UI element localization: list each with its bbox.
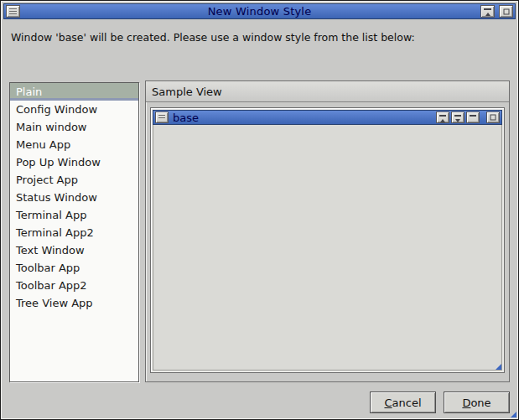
style-list-item[interactable]: Tree View App bbox=[10, 294, 138, 312]
cancel-button[interactable]: Cancel bbox=[370, 391, 436, 413]
preview-blank-button bbox=[466, 111, 480, 123]
maximize-icon bbox=[490, 115, 496, 121]
style-list-item[interactable]: Menu App bbox=[10, 136, 138, 153]
style-list-item[interactable]: Pop Up Window bbox=[10, 153, 138, 171]
window-menu-icon bbox=[158, 115, 165, 120]
sample-window-preview: base bbox=[150, 107, 505, 373]
dialog-window: New Window Style Window 'base' will be c… bbox=[0, 0, 519, 420]
done-button[interactable]: Done bbox=[444, 391, 510, 413]
sample-view-panel: Sample View base bbox=[145, 80, 510, 382]
style-list-item[interactable]: Project App bbox=[10, 171, 138, 189]
preview-window-menu-button bbox=[155, 111, 169, 123]
window-title: New Window Style bbox=[4, 5, 515, 18]
style-list-item[interactable]: Plain bbox=[10, 83, 138, 101]
style-list-item[interactable]: Terminal App2 bbox=[10, 224, 138, 241]
style-list[interactable]: Plain Config Window Main window Menu App… bbox=[9, 82, 139, 382]
sample-view-header: Sample View bbox=[146, 81, 509, 102]
style-list-item[interactable]: Terminal App bbox=[10, 206, 138, 224]
shade-down-icon bbox=[455, 119, 460, 122]
dialog-message: Window 'base' will be created. Please us… bbox=[11, 31, 508, 44]
style-list-item[interactable]: Toolbar App bbox=[10, 259, 138, 277]
preview-window-title: base bbox=[173, 111, 199, 124]
preview-shade-down-button bbox=[451, 111, 465, 123]
titlebar[interactable]: New Window Style bbox=[3, 3, 516, 19]
preview-maximize-button bbox=[486, 111, 500, 123]
preview-titlebar: base bbox=[153, 110, 502, 125]
style-list-item[interactable]: Main window bbox=[10, 118, 138, 136]
maximize-icon bbox=[503, 8, 509, 14]
preview-window-content bbox=[153, 125, 502, 371]
shade-icon bbox=[484, 8, 491, 10]
style-list-item[interactable]: Status Window bbox=[10, 189, 138, 206]
shade-button[interactable] bbox=[480, 5, 495, 18]
style-list-item[interactable]: Text Window bbox=[10, 241, 138, 259]
style-list-item[interactable]: Toolbar App2 bbox=[10, 277, 138, 294]
style-list-item[interactable]: Config Window bbox=[10, 101, 138, 118]
preview-shade-up-button bbox=[436, 111, 449, 123]
maximize-button[interactable] bbox=[499, 5, 513, 18]
shade-up-icon bbox=[440, 119, 445, 122]
preview-resize-grip-icon bbox=[496, 364, 501, 370]
dialog-resize-grip[interactable] bbox=[511, 412, 516, 417]
